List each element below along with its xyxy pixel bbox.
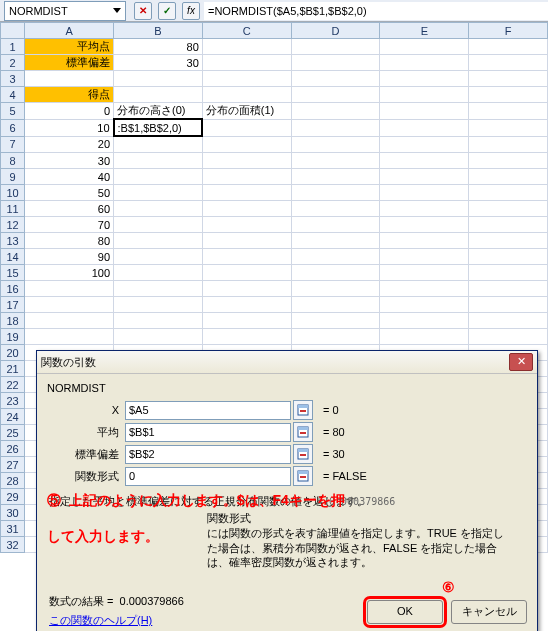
cell[interactable]: 0	[25, 103, 114, 120]
cell[interactable]	[114, 136, 203, 153]
cell[interactable]	[469, 217, 548, 233]
row-header[interactable]: 20	[1, 345, 25, 361]
cell[interactable]	[380, 87, 469, 103]
cell[interactable]	[25, 297, 114, 313]
cell[interactable]	[202, 281, 291, 297]
cell[interactable]	[114, 281, 203, 297]
cell[interactable]	[114, 297, 203, 313]
cell[interactable]: 得点	[25, 87, 114, 103]
cancel-button[interactable]: キャンセル	[451, 600, 527, 624]
cell[interactable]	[380, 39, 469, 55]
row-header[interactable]: 12	[1, 217, 25, 233]
row-header[interactable]: 8	[1, 153, 25, 169]
cell[interactable]	[380, 55, 469, 71]
cell[interactable]	[25, 71, 114, 87]
help-link[interactable]: この関数のヘルプ(H)	[49, 614, 152, 626]
col-header[interactable]: C	[202, 23, 291, 39]
cell[interactable]	[202, 185, 291, 201]
row-header[interactable]: 11	[1, 201, 25, 217]
cancel-edit-icon[interactable]: ✕	[134, 2, 152, 20]
cell[interactable]	[380, 281, 469, 297]
cell[interactable]: 平均点	[25, 39, 114, 55]
name-box[interactable]: NORMDIST	[4, 1, 126, 21]
cell[interactable]	[291, 313, 380, 329]
cell[interactable]	[380, 201, 469, 217]
cell[interactable]	[202, 313, 291, 329]
cell[interactable]	[469, 103, 548, 120]
cell[interactable]	[291, 217, 380, 233]
cell[interactable]	[202, 169, 291, 185]
cell[interactable]	[380, 119, 469, 136]
row-header[interactable]: 13	[1, 233, 25, 249]
cell[interactable]: 90	[25, 249, 114, 265]
cell[interactable]	[202, 329, 291, 345]
row-header[interactable]: 15	[1, 265, 25, 281]
cell[interactable]	[114, 313, 203, 329]
row-header[interactable]: 5	[1, 103, 25, 120]
cell[interactable]	[380, 297, 469, 313]
cell[interactable]	[291, 153, 380, 169]
range-picker-icon[interactable]	[293, 422, 313, 442]
cell[interactable]	[291, 103, 380, 120]
fx-icon[interactable]: fx	[182, 2, 200, 20]
row-header[interactable]: 7	[1, 136, 25, 153]
cell[interactable]: 標準偏差	[25, 55, 114, 71]
cell[interactable]	[202, 265, 291, 281]
cell[interactable]	[380, 217, 469, 233]
row-header[interactable]: 30	[1, 505, 25, 521]
cell[interactable]	[202, 217, 291, 233]
cell[interactable]	[114, 249, 203, 265]
row-header[interactable]: 26	[1, 441, 25, 457]
cell[interactable]	[114, 233, 203, 249]
cell[interactable]	[202, 55, 291, 71]
chevron-down-icon[interactable]	[113, 8, 121, 13]
cell[interactable]	[469, 249, 548, 265]
col-header[interactable]: F	[469, 23, 548, 39]
arg-input-sd[interactable]: $B$2	[125, 445, 291, 464]
formula-bar-input[interactable]: =NORMDIST($A5,$B$1,$B$2,0)	[204, 2, 548, 20]
cell[interactable]: :B$1,$B$2,0)	[114, 119, 203, 136]
cell[interactable]	[380, 103, 469, 120]
row-header[interactable]: 9	[1, 169, 25, 185]
cell[interactable]	[291, 169, 380, 185]
range-picker-icon[interactable]	[293, 444, 313, 464]
cell[interactable]	[380, 249, 469, 265]
cell[interactable]	[114, 169, 203, 185]
cell[interactable]	[291, 185, 380, 201]
cell[interactable]	[114, 265, 203, 281]
cell[interactable]: 20	[25, 136, 114, 153]
cell[interactable]	[469, 201, 548, 217]
row-header[interactable]: 19	[1, 329, 25, 345]
cell[interactable]	[469, 153, 548, 169]
cell[interactable]	[380, 136, 469, 153]
row-header[interactable]: 21	[1, 361, 25, 377]
cell[interactable]	[469, 55, 548, 71]
cell[interactable]	[291, 39, 380, 55]
cell[interactable]	[469, 136, 548, 153]
row-header[interactable]: 17	[1, 297, 25, 313]
cell[interactable]	[469, 329, 548, 345]
row-header[interactable]: 24	[1, 409, 25, 425]
cell[interactable]: 分布の面積(1)	[202, 103, 291, 120]
cell[interactable]	[380, 329, 469, 345]
cell[interactable]	[114, 201, 203, 217]
cell[interactable]	[114, 185, 203, 201]
cell[interactable]: 80	[114, 39, 203, 55]
arg-input-x[interactable]: $A5	[125, 401, 291, 420]
cell[interactable]	[25, 281, 114, 297]
range-picker-icon[interactable]	[293, 466, 313, 486]
cell[interactable]	[291, 329, 380, 345]
cell[interactable]: 50	[25, 185, 114, 201]
row-header[interactable]: 32	[1, 537, 25, 553]
row-header[interactable]: 1	[1, 39, 25, 55]
row-header[interactable]: 6	[1, 119, 25, 136]
cell[interactable]	[291, 249, 380, 265]
row-header[interactable]: 16	[1, 281, 25, 297]
row-header[interactable]: 29	[1, 489, 25, 505]
col-header[interactable]: D	[291, 23, 380, 39]
cell[interactable]	[202, 153, 291, 169]
cell[interactable]	[202, 39, 291, 55]
cell[interactable]: 100	[25, 265, 114, 281]
cell[interactable]	[114, 217, 203, 233]
row-header[interactable]: 10	[1, 185, 25, 201]
